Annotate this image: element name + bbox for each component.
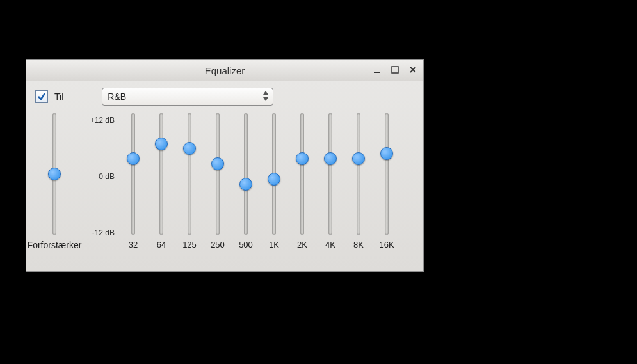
band-thumb-4K[interactable]	[324, 152, 337, 165]
band-label-125: 125	[182, 240, 197, 249]
preamp-thumb[interactable]	[48, 168, 61, 180]
close-button[interactable]	[405, 63, 421, 77]
scale-mid: 0 dB	[83, 172, 115, 181]
maximize-button[interactable]	[387, 63, 403, 77]
band-thumb-8K[interactable]	[352, 152, 365, 165]
equalizer-area: Forforstærker +12 dB 0 dB -12 dB 3264125…	[26, 109, 423, 260]
maximize-icon	[391, 66, 399, 74]
band-label-4K: 4K	[325, 240, 335, 249]
band-label-8K: 8K	[353, 240, 364, 249]
close-icon	[409, 66, 417, 74]
band-250: 250	[208, 113, 227, 254]
band-label-1K: 1K	[269, 240, 279, 249]
scale-min: -12 dB	[83, 228, 115, 237]
minimize-icon	[373, 66, 381, 74]
svg-marker-4	[263, 91, 268, 95]
window-controls	[369, 63, 421, 77]
band-thumb-32[interactable]	[127, 152, 140, 165]
preset-selected-label: R&B	[108, 91, 126, 102]
band-thumb-16K[interactable]	[380, 147, 393, 160]
band-slider-250[interactable]	[216, 113, 220, 235]
band-slider-8K[interactable]	[357, 113, 360, 235]
band-slider-64[interactable]	[159, 113, 163, 235]
svg-marker-5	[263, 97, 268, 101]
band-thumb-1K[interactable]	[268, 173, 280, 186]
band-thumb-125[interactable]	[183, 142, 196, 155]
band-8K: 8K	[349, 113, 368, 254]
band-label-250: 250	[211, 240, 225, 249]
scale-max: +12 dB	[83, 116, 115, 125]
band-64: 64	[152, 113, 171, 254]
preamp-slider[interactable]	[52, 113, 56, 235]
band-slider-4K[interactable]	[328, 113, 332, 235]
band-32: 32	[124, 113, 143, 254]
window-title: Equalizer	[205, 65, 245, 76]
band-slider-32[interactable]	[131, 113, 135, 235]
band-slider-125[interactable]	[188, 113, 191, 235]
enable-checkbox[interactable]	[35, 90, 48, 103]
equalizer-window: Equalizer Til R&B	[26, 59, 424, 272]
preset-select[interactable]: R&B	[102, 88, 273, 106]
band-slider-1K[interactable]	[272, 113, 276, 235]
preamp-column: Forforstærker	[35, 113, 74, 254]
band-4K: 4K	[321, 113, 340, 254]
band-slider-2K[interactable]	[300, 113, 304, 235]
titlebar: Equalizer	[26, 60, 423, 81]
band-label-500: 500	[239, 240, 253, 249]
select-arrows-icon	[262, 90, 269, 102]
band-2K: 2K	[293, 113, 312, 254]
band-500: 500	[236, 113, 255, 254]
band-thumb-250[interactable]	[211, 157, 224, 170]
band-label-64: 64	[157, 240, 166, 249]
top-row: Til R&B	[26, 81, 423, 109]
band-label-32: 32	[129, 240, 138, 249]
band-label-16K: 16K	[379, 240, 394, 249]
checkmark-icon	[37, 92, 46, 101]
band-slider-16K[interactable]	[385, 113, 389, 235]
enable-label: Til	[54, 91, 63, 102]
minimize-button[interactable]	[369, 63, 385, 77]
band-1K: 1K	[264, 113, 284, 254]
band-125: 125	[180, 113, 199, 254]
db-scale: +12 dB 0 dB -12 dB	[83, 113, 115, 240]
band-label-2K: 2K	[297, 240, 307, 249]
band-thumb-64[interactable]	[155, 138, 168, 150]
preamp-label: Forforstærker	[28, 240, 82, 250]
bands-container: 32641252505001K2K4K8K16K	[124, 113, 396, 254]
band-thumb-2K[interactable]	[296, 152, 309, 165]
band-thumb-500[interactable]	[239, 178, 252, 191]
band-slider-500[interactable]	[244, 113, 248, 235]
band-16K: 16K	[377, 113, 396, 254]
svg-rect-1	[392, 67, 398, 73]
